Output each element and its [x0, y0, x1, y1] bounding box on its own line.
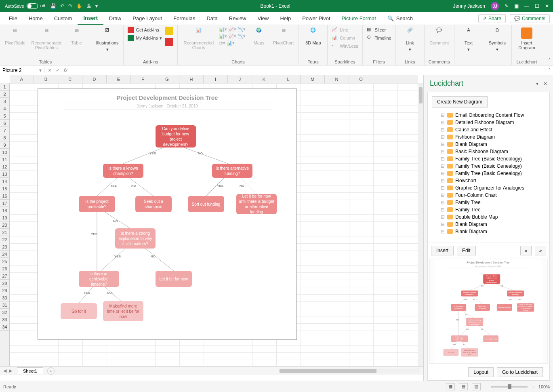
formula-controls: ✕ ✓ fx [44, 67, 71, 73]
3dmap-button[interactable]: 🌐3D Map [303, 27, 323, 46]
label: Get Add-ins [136, 27, 159, 32]
label: Illustrations [96, 40, 119, 45]
tab-page-layout[interactable]: Page Layout [127, 12, 168, 25]
group-tours: 🌐3D Map Tours [299, 25, 328, 65]
title-bar: AutoSave Off 💾 ↶ ↷ ✋ 🖶 ▾ Book1 - Excel J… [0, 0, 553, 12]
toggle-icon [27, 3, 38, 9]
pen-icon[interactable]: ✎ [505, 3, 509, 9]
illustrations-button[interactable]: 🖼Illustrations▾ [95, 27, 120, 53]
people-graph-icon[interactable] [165, 38, 173, 46]
group-lucidchart: Insert Diagram Lucidchart [512, 25, 542, 65]
table-button[interactable]: ▦Table [67, 27, 87, 46]
tab-help[interactable]: Help [274, 12, 296, 25]
label: Win/Loss [340, 44, 358, 48]
pivotchart-icon: ▦ [278, 27, 289, 39]
ribbon-tabs: File Home Custom Insert Draw Page Layout… [0, 12, 553, 25]
tab-picture-format[interactable]: Picture Format [336, 12, 382, 25]
text-button[interactable]: AText▾ [458, 27, 479, 53]
label: My Add-ins [136, 36, 158, 40]
pivottable-button[interactable]: ▦PivotTable [4, 27, 26, 46]
save-icon[interactable]: 💾 [50, 3, 56, 9]
minimize-icon[interactable]: — [524, 3, 529, 9]
chevron-down-icon: ▾ [39, 67, 42, 73]
column-icon: 📊 [332, 35, 338, 41]
expand-formula-icon[interactable]: ˅ [545, 67, 553, 73]
spark-column-button[interactable]: 📊Column [332, 35, 358, 41]
recommended-pivot-button[interactable]: ▦Recommended PivotTables [29, 27, 63, 51]
user-avatar[interactable]: JJ [491, 2, 499, 10]
autosave-toggle[interactable]: AutoSave Off [5, 3, 45, 9]
illustrations-icon: 🖼 [102, 27, 113, 39]
user-name[interactable]: Jenny Jackson [453, 3, 485, 9]
qat-more-icon[interactable]: ▾ [95, 3, 98, 9]
chevron-down-icon: ▾ [106, 47, 109, 52]
line-icon: 📈 [332, 27, 338, 33]
pie-chart-icon[interactable]: ◔▾ 📊▾ [219, 40, 246, 46]
maximize-icon[interactable]: ☐ [535, 3, 539, 9]
column-chart-icon[interactable]: 📊▾ 📈▾ 📉▾ [219, 27, 246, 32]
rec-pivot-icon: ▦ [41, 27, 52, 39]
group-charts: 📊Recommended Charts 📊▾ 📈▾ 📉▾ 📊▾ 📈▾ 📉▾ ◔▾… [178, 25, 299, 65]
share-button[interactable]: ↗Share [478, 14, 506, 23]
label: Line [340, 27, 348, 32]
formula-bar: Picture 2▾ ✕ ✓ fx ˅ [0, 65, 553, 75]
tab-draw[interactable]: Draw [103, 12, 127, 25]
my-addins-button[interactable]: My Add-ins ▾ [128, 35, 162, 41]
tab-file[interactable]: File [3, 12, 23, 25]
cancel-icon[interactable]: ✕ [48, 67, 52, 73]
comment-button[interactable]: 💬Comment [429, 27, 450, 46]
pivotchart-button[interactable]: ▦PivotChart [272, 27, 294, 46]
label: Timeline [375, 36, 391, 40]
lucidchart-icon [521, 27, 532, 39]
print-icon[interactable]: 🖶 [86, 3, 91, 9]
tab-formulas[interactable]: Formulas [168, 12, 201, 25]
group-label: Lucidchart [517, 59, 537, 64]
group-label: Sparklines [334, 59, 355, 64]
bing-icon[interactable] [165, 27, 173, 35]
label: 3D Map [305, 40, 321, 45]
close-icon[interactable]: ✕ [545, 3, 549, 9]
search-label: Search [396, 15, 413, 21]
text-icon: A [463, 27, 474, 39]
slicer-button[interactable]: ▤Slicer [367, 27, 391, 33]
ribbon-display-icon[interactable]: ▣ [514, 3, 519, 9]
label: Recommended Charts [183, 40, 215, 50]
document-title: Book1 - Excel [98, 3, 453, 9]
enter-icon[interactable]: ✓ [56, 67, 60, 73]
search-icon: 🔍 [387, 15, 394, 21]
group-comments: 💬Comment Comments [425, 25, 454, 65]
touch-icon[interactable]: ✋ [76, 3, 82, 9]
symbols-button[interactable]: ΩSymbols▾ [487, 27, 507, 53]
tab-insert[interactable]: Insert [78, 12, 103, 25]
insert-diagram-button[interactable]: Insert Diagram [516, 27, 538, 51]
tab-custom[interactable]: Custom [48, 12, 78, 25]
tab-view[interactable]: View [252, 12, 274, 25]
quick-access-toolbar: 💾 ↶ ↷ ✋ 🖶 ▾ [50, 3, 98, 9]
spark-line-button[interactable]: 📈Line [332, 27, 358, 33]
undo-icon[interactable]: ↶ [60, 3, 64, 9]
name-box[interactable]: Picture 2▾ [0, 67, 44, 73]
autosave-state: Off [40, 4, 45, 8]
group-symbols: ΩSymbols▾ [483, 25, 512, 65]
link-button[interactable]: 🔗Link▾ [400, 27, 420, 53]
rec-charts-button[interactable]: 📊Recommended Charts [182, 27, 216, 51]
tab-power-pivot[interactable]: Power Pivot [296, 12, 336, 25]
label: Slicer [375, 27, 386, 32]
timeline-button[interactable]: ⏲Timeline [367, 35, 391, 41]
get-addins-button[interactable]: Get Add-ins [128, 27, 162, 33]
comments-button[interactable]: 💬Comments [510, 14, 550, 23]
maps-button[interactable]: 🌍Maps [249, 27, 269, 46]
search-box[interactable]: 🔍Search [382, 12, 418, 25]
tab-data[interactable]: Data [201, 12, 223, 25]
line-chart-icon[interactable]: 📊▾ 📈▾ 📉▾ [219, 34, 246, 39]
spark-winloss-button[interactable]: ▪Win/Loss [332, 43, 358, 49]
ribbon: ▦PivotTable ▦Recommended PivotTables ▦Ta… [0, 25, 553, 65]
fx-icon[interactable]: fx [64, 67, 67, 73]
label: PivotTable [5, 40, 25, 45]
formula-input[interactable] [71, 67, 545, 73]
tab-review[interactable]: Review [223, 12, 252, 25]
collapse-ribbon-icon[interactable]: ˄ [548, 58, 551, 63]
tab-home[interactable]: Home [23, 12, 48, 25]
pivottable-icon: ▦ [9, 27, 21, 39]
redo-icon[interactable]: ↷ [68, 3, 72, 9]
